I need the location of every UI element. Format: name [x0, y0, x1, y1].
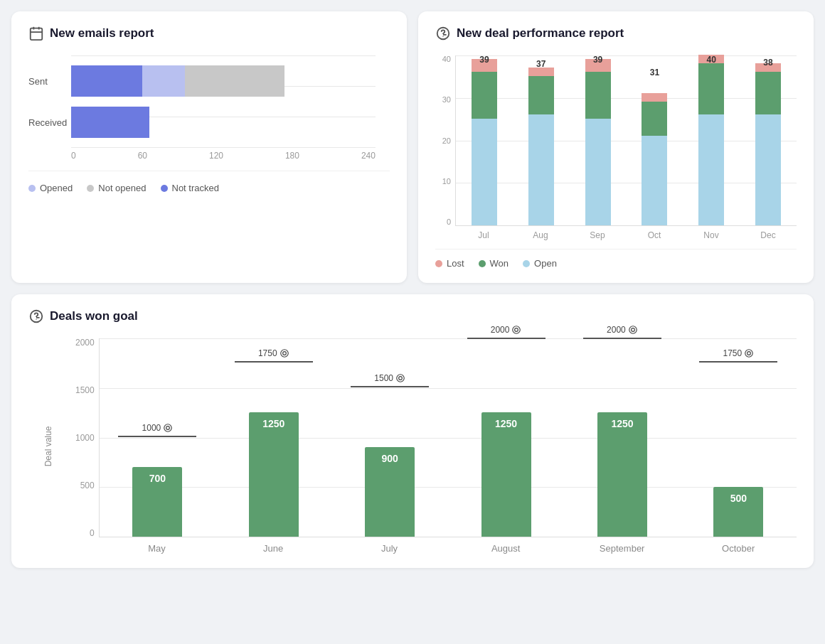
aug-open	[528, 114, 554, 225]
bar-dec: 38	[740, 55, 797, 225]
september-value: 1250	[611, 418, 633, 429]
legend-not-opened: Not opened	[87, 183, 146, 193]
goal-icon-may	[163, 423, 173, 433]
email-report-card: New emails report Sent	[11, 11, 407, 283]
x-july: July	[331, 543, 448, 554]
september-goal-label: 2000	[583, 325, 661, 335]
legend-open: Open	[523, 258, 557, 269]
y-40: 40	[435, 55, 451, 63]
won-dot	[479, 260, 486, 267]
x-oct: Oct	[626, 230, 683, 240]
aug-stack	[528, 68, 554, 225]
deal-performance-title: New deal performance report	[435, 26, 797, 41]
deal-bars-container: 39 37	[455, 55, 797, 226]
not-opened-dot	[87, 185, 94, 192]
dwg-chart-body: 1000 700 1750	[99, 338, 797, 554]
y-0: 0	[435, 218, 451, 226]
svg-point-10	[397, 375, 405, 382]
email-x-axis: 0 60 120 180 240	[71, 151, 376, 161]
opened-dot	[28, 185, 36, 192]
y-tick-2000: 2000	[72, 338, 95, 347]
deals-won-chart-container: Deal value 0 500 1000 1500 2000	[28, 338, 797, 554]
x-label-180: 180	[285, 151, 299, 161]
bar-group-august: 2000 1250	[448, 338, 564, 537]
may-goal-bar	[118, 436, 196, 437]
june-goal-line-container: 1750	[235, 348, 313, 363]
legend-won: Won	[479, 258, 509, 269]
svg-point-6	[164, 424, 172, 432]
sent-label: Sent	[28, 76, 48, 87]
dollar-circle-icon	[435, 26, 451, 41]
dwg-y-axis-label: Deal value	[43, 426, 53, 466]
aug-total: 37	[536, 59, 545, 69]
august-goal-line-container: 2000	[467, 325, 545, 339]
bar-group-may: 1000 700	[100, 338, 215, 537]
email-report-title: New emails report	[28, 26, 390, 41]
june-value: 1250	[262, 418, 284, 429]
deal-performance-card: New deal performance report 0 10 20 30 4…	[418, 11, 814, 283]
legend-not-tracked: Not tracked	[161, 183, 219, 193]
x-august: August	[447, 543, 564, 554]
may-goal-line-container: 1000	[118, 423, 196, 437]
deal-performance-chart: 0 10 20 30 40	[435, 55, 797, 240]
x-september: September	[564, 543, 681, 554]
nov-stack	[698, 55, 724, 225]
jul-open	[472, 119, 497, 225]
bar-oct: 31	[626, 55, 683, 225]
x-label-0: 0	[71, 151, 76, 161]
dwg-x-labels: May June July August September October	[99, 537, 797, 554]
jul-stack	[472, 59, 497, 225]
calendar-icon	[28, 26, 44, 41]
august-bar: 1250	[481, 412, 531, 537]
october-goal-line-container: 1750	[699, 348, 777, 363]
svg-point-7	[166, 426, 170, 430]
svg-point-11	[399, 377, 403, 380]
goal-icon-october	[744, 348, 754, 358]
deal-legend: Lost Won Open	[435, 258, 797, 269]
sep-open	[585, 119, 611, 225]
dec-total: 38	[763, 58, 772, 68]
x-label-240: 240	[361, 151, 376, 161]
svg-point-13	[515, 328, 518, 332]
jul-won	[472, 72, 497, 119]
received-label: Received	[28, 117, 67, 128]
deals-won-goal-card: Deals won goal Deal value 0 500 1000 150…	[11, 294, 814, 568]
dec-won	[755, 72, 781, 114]
oct-total: 31	[650, 68, 659, 77]
bar-sep: 39	[570, 55, 627, 225]
svg-point-14	[629, 326, 637, 334]
july-value: 900	[381, 453, 398, 464]
svg-point-15	[631, 328, 634, 332]
legend-opened: Opened	[28, 183, 73, 193]
dwg-y-ticks: 0 500 1000 1500 2000	[72, 338, 95, 537]
x-label-60: 60	[138, 151, 147, 161]
deal-bars-row: 39 37	[456, 55, 797, 225]
goal-icon-june	[280, 348, 289, 358]
bar-group-october: 1750 500	[681, 338, 797, 537]
october-value: 500	[730, 493, 747, 504]
sent-opened-bar	[142, 65, 185, 97]
may-bar: 700	[132, 467, 182, 537]
june-goal-bar	[235, 361, 313, 363]
x-jul: Jul	[455, 230, 512, 240]
august-goal-bar	[467, 338, 545, 339]
dwg-y-axis-label-container: Deal value	[28, 338, 69, 554]
oct-open	[642, 136, 667, 225]
y-20: 20	[435, 137, 451, 145]
email-legend: Opened Not opened Not tracked	[28, 183, 390, 193]
lost-dot	[435, 260, 442, 267]
oct-stack	[642, 93, 667, 225]
deal-y-axis: 0 10 20 30 40	[435, 55, 451, 226]
may-value: 700	[149, 473, 166, 484]
may-goal-label: 1000	[118, 423, 196, 433]
email-bar-chart: Sent Received 0 60	[28, 55, 390, 161]
august-goal-label: 2000	[467, 325, 545, 335]
x-label-120: 120	[209, 151, 223, 161]
dec-stack	[755, 63, 781, 225]
bar-group-september: 2000 1250	[564, 338, 680, 537]
june-goal-label: 1750	[235, 348, 313, 358]
svg-point-8	[280, 350, 288, 358]
bar-group-june: 1750 1250	[215, 338, 331, 537]
svg-point-16	[745, 350, 753, 358]
deals-won-goal-title: Deals won goal	[28, 308, 797, 324]
